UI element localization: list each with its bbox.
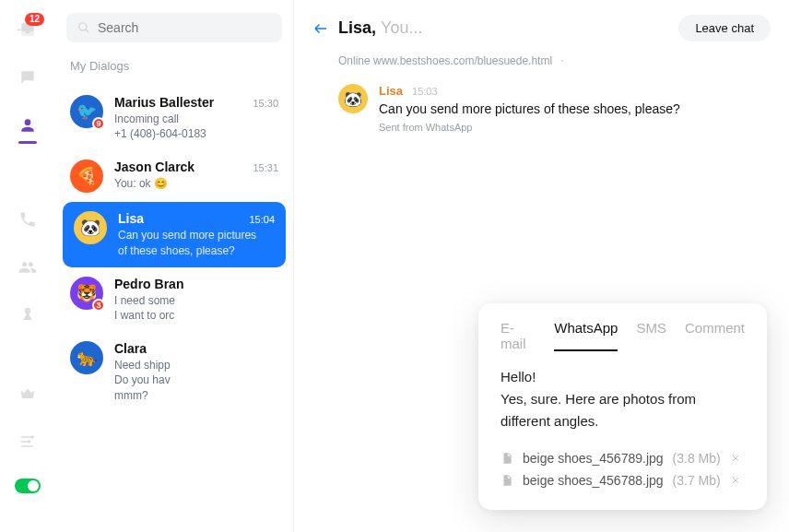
nav-automation[interactable] [17,304,39,326]
dialog-avatar: 🐯3 [70,277,103,310]
dialog-time: 15:30 [253,98,278,109]
compose-attachments: beige shoes_456789.jpg (3.8 Mb) beige sh… [500,447,745,491]
compose-text-line: Yes, sure. Here are photos from differen… [500,388,745,432]
nav-chat[interactable] [17,66,39,89]
compose-tab-comment[interactable]: Comment [685,320,745,351]
dialog-snippet: Incoming call+1 (408)-604-0183 [114,112,278,141]
chevron-down-icon[interactable] [558,56,567,65]
status-toggle[interactable] [15,479,41,493]
nav-team[interactable] [17,256,39,278]
dialog-time: 15:31 [253,162,278,173]
dialog-snippet: I need someI want to orc [114,293,278,323]
dialog-avatar: 🍕 [70,160,103,193]
dialog-name: Jason Clarck [114,160,194,174]
dialog-item[interactable]: 🐯3 Pedro Bran I need someI want to orc [55,267,293,332]
dialog-snippet: You: ok 😊 [114,176,278,191]
search-input-wrapper[interactable] [66,13,282,42]
chat-title-sub: You... [381,18,422,37]
message-avatar: 🐼 [338,84,368,113]
svg-point-0 [30,435,33,438]
dialog-list: 🐦9 Marius Ballester 15:30 Incoming call+… [55,86,293,412]
compose-tab-whatsapp[interactable]: WhatsApp [554,320,618,351]
attachment-row: beige shoes_456788.jpg (3.7 Mb) [500,469,745,491]
back-arrow-icon[interactable] [312,20,329,37]
dialog-item[interactable]: 🐆 Clara Need shippDo you havmmm? [55,332,293,412]
compose-text-line: Hello! [500,366,745,388]
attachment-size: (3.8 Mb) [673,451,721,466]
remove-attachment-icon[interactable] [730,475,741,486]
remove-attachment-icon[interactable] [730,453,741,464]
dialog-name: Marius Ballester [114,95,214,110]
compose-tab-sms[interactable]: SMS [636,320,666,351]
nav-calls[interactable] [17,208,39,231]
chat-panel: Lisa, You... Leave chat Online www.bests… [293,0,789,532]
attachment-name: beige shoes_456789.jpg [523,451,664,466]
dialog-item[interactable]: 🐦9 Marius Ballester 15:30 Incoming call+… [55,86,293,150]
dialog-avatar: 🐼 [74,211,107,244]
dialog-sidebar: My Dialogs 🐦9 Marius Ballester 15:30 Inc… [55,0,293,532]
compose-tabs: E-mailWhatsAppSMSComment [500,320,745,351]
file-icon [500,474,513,487]
dialog-snippet: Can you send more picturesof these shoes… [118,228,275,257]
chat-title-name: Lisa, [338,18,376,37]
dialog-snippet: Need shippDo you havmmm? [114,358,278,403]
dialog-time: 15:04 [249,214,275,225]
nav-rail: 12 [0,0,55,532]
compose-tab-email[interactable]: E-mail [500,320,536,351]
search-input[interactable] [98,20,271,35]
dialog-avatar: 🐦9 [70,95,103,128]
nav-settings[interactable] [17,431,39,453]
compose-text[interactable]: Hello! Yes, sure. Here are photos from d… [500,366,745,432]
chat-title: Lisa, You... [338,18,422,38]
message-author: Lisa [379,84,403,98]
message-time: 15:03 [412,86,438,97]
dialog-item[interactable]: 🍕 Jason Clarck 15:31 You: ok 😊 [55,150,293,202]
message-text: Can you send more pictures of these shoe… [379,101,771,116]
inbox-badge: 12 [25,13,44,26]
nav-contacts[interactable] [17,114,39,136]
leave-chat-button[interactable]: Leave chat [678,15,771,41]
search-icon [77,21,90,34]
dialog-name: Clara [114,341,147,356]
chat-meta: Online www.bestshoes.com/bluesuede.html [294,49,789,84]
chat-meta-text: Online www.bestshoes.com/bluesuede.html [338,54,552,67]
message-source: Sent from WhatsApp [379,122,771,133]
compose-popover: E-mailWhatsAppSMSComment Hello! Yes, sur… [478,303,767,510]
dialog-avatar: 🐆 [70,341,103,374]
attachment-row: beige shoes_456789.jpg (3.8 Mb) [500,447,745,469]
section-title: My Dialogs [70,59,278,73]
message: 🐼 Lisa 15:03 Can you send more pictures … [294,84,789,133]
attachment-name: beige shoes_456788.jpg [523,473,664,488]
nav-premium[interactable] [17,383,39,405]
file-icon [500,452,513,465]
nav-inbox[interactable]: 12 [17,18,39,41]
svg-point-1 [28,440,30,443]
dialog-badge: 3 [92,299,105,312]
dialog-name: Lisa [118,211,144,226]
attachment-size: (3.7 Mb) [673,473,721,488]
dialog-item[interactable]: 🐼 Lisa 15:04 Can you send more pictureso… [63,202,286,266]
dialog-name: Pedro Bran [114,277,183,291]
dialog-badge: 9 [92,117,105,130]
